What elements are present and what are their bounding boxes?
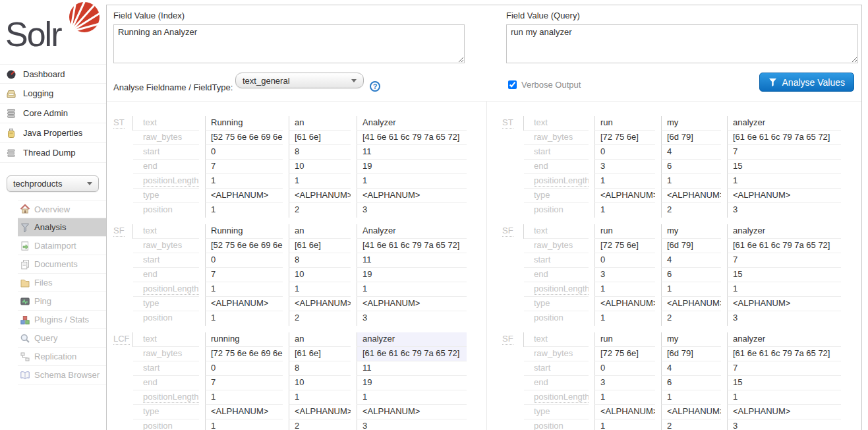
solr-logo-text: Solr xyxy=(5,15,61,53)
attribute-label: positionLength xyxy=(133,282,199,297)
token-cell: 1 xyxy=(205,174,283,189)
replication-icon xyxy=(20,352,30,362)
chevron-down-icon xyxy=(87,182,92,185)
token-cell: 1 xyxy=(289,174,351,189)
token-cell: <ALPHANUM> xyxy=(661,405,721,419)
plugins-stats-icon xyxy=(20,315,30,325)
token-cell: 0 xyxy=(594,145,655,160)
solr-admin-app: Solr Dashboard Logging xyxy=(0,0,868,430)
stage-spacer xyxy=(502,282,524,297)
token-cell: [72 75 6e 6e 69 6e 67] xyxy=(205,347,283,361)
index-field-label: Field Value (Index) xyxy=(113,11,465,20)
sidebar-item-logging[interactable]: Logging xyxy=(0,84,106,104)
token-cell: 10 xyxy=(289,268,351,282)
solr-logo: Solr xyxy=(0,0,106,64)
token-cell: 1 xyxy=(594,282,655,297)
index-analysis-pane: STtextRunninganAnalyzerraw_bytes[52 75 6… xyxy=(107,102,486,385)
token-cell: 6 xyxy=(661,376,721,390)
token-cell: 3 xyxy=(357,419,473,430)
attribute-label: text xyxy=(524,224,589,239)
token-cell: 4 xyxy=(661,145,721,160)
token-cell: 8 xyxy=(289,361,351,376)
token-cell: 0 xyxy=(594,253,655,268)
stage-spacer xyxy=(502,311,524,326)
analysis-stage-table: STtextrunmyanalyzerraw_bytes[72 75 6e][6… xyxy=(502,116,861,218)
core-selector[interactable]: techproducts xyxy=(7,175,99,192)
token-cell: 1 xyxy=(289,390,351,405)
help-icon[interactable]: ? xyxy=(370,81,380,92)
analyse-values-button[interactable]: Analyse Values xyxy=(759,73,854,92)
sidebar-item-files[interactable]: Files xyxy=(18,274,106,292)
analysis-stage-table: STtextRunninganAnalyzerraw_bytes[52 75 6… xyxy=(113,116,486,218)
token-cell: <ALPHANUM> xyxy=(661,189,721,203)
sidebar-item-thread-dump[interactable]: Thread Dump xyxy=(0,143,106,163)
stage-spacer xyxy=(502,189,524,203)
stage-spacer xyxy=(502,376,524,390)
stage-spacer xyxy=(113,282,133,297)
token-cell: <ALPHANUM> xyxy=(661,297,721,311)
sidebar-item-analysis[interactable]: Analysis xyxy=(18,218,106,237)
token-cell: 0 xyxy=(594,361,655,376)
query-field-block: Field Value (Query) run my analyzer xyxy=(506,11,858,63)
attribute-label: positionLength xyxy=(524,390,589,405)
index-field-value-input[interactable]: Running an Analyzer xyxy=(113,24,465,63)
token-cell: 10 xyxy=(289,160,351,174)
token-cell: 1 xyxy=(357,174,467,189)
solr-sunburst-icon xyxy=(67,1,101,36)
token-cell: 1 xyxy=(357,282,467,297)
token-cell: [6d 79] xyxy=(661,347,721,361)
token-cell: 10 xyxy=(289,376,351,390)
token-cell: 19 xyxy=(357,160,467,174)
sidebar-item-label: Core Admin xyxy=(23,108,68,118)
token-cell: my xyxy=(661,116,721,131)
sidebar-item-replication[interactable]: Replication xyxy=(18,348,106,366)
token-cell: 1 xyxy=(661,174,721,189)
stage-spacer xyxy=(502,239,524,253)
sidebar-item-schema-browser[interactable]: Schema Browser xyxy=(18,366,106,384)
token-cell: [52 75 6e 6e 69 6e 67] xyxy=(205,131,283,145)
chevron-down-icon xyxy=(351,79,357,82)
sidebar-item-overview[interactable]: Overview xyxy=(18,200,106,218)
sidebar-item-ping[interactable]: Ping xyxy=(18,292,106,311)
sidebar-item-label: Dashboard xyxy=(23,69,65,79)
sidebar-item-plugins-stats[interactable]: Plugins / Stats xyxy=(18,311,106,329)
sidebar-item-label: Dataimport xyxy=(34,241,76,251)
ping-icon xyxy=(20,296,30,307)
token-cell: an xyxy=(289,332,351,347)
funnel-icon xyxy=(768,78,777,87)
sidebar-item-dataimport[interactable]: Dataimport xyxy=(18,237,106,255)
token-cell: <ALPHANUM> xyxy=(205,189,283,203)
sidebar-item-query[interactable]: Query xyxy=(18,329,106,348)
verbose-output-control: Verbose Output xyxy=(508,80,581,90)
attribute-label: end xyxy=(133,376,199,390)
sidebar-item-dashboard[interactable]: Dashboard xyxy=(0,64,106,84)
attribute-label: end xyxy=(524,376,589,390)
token-cell: <ALPHANUM> xyxy=(357,297,467,311)
query-field-value-input[interactable]: run my analyzer xyxy=(506,24,858,63)
token-cell: 1 xyxy=(727,390,841,405)
sidebar-item-label: Overview xyxy=(34,204,70,214)
token-cell: 3 xyxy=(727,203,847,218)
sidebar-item-core-admin[interactable]: Core Admin xyxy=(0,104,106,123)
attribute-label: start xyxy=(524,361,589,376)
token-cell: 1 xyxy=(594,311,661,326)
token-cell: <ALPHANUM> xyxy=(357,189,467,203)
token-cell: 4 xyxy=(661,253,721,268)
attribute-label: position xyxy=(524,311,594,326)
token-cell: 3 xyxy=(357,311,473,326)
token-cell: 7 xyxy=(727,145,841,160)
token-cell: 4 xyxy=(661,361,721,376)
token-cell: analyzer xyxy=(357,332,467,347)
token-cell: [6d 79] xyxy=(661,131,721,145)
fieldtype-select[interactable]: text_general xyxy=(235,73,364,88)
sidebar-item-documents[interactable]: Documents xyxy=(18,255,106,274)
token-cell: 2 xyxy=(661,419,727,430)
sidebar-item-java-properties[interactable]: Java Properties xyxy=(0,123,106,143)
sidebar-item-label: Thread Dump xyxy=(23,148,75,158)
stage-spacer xyxy=(502,160,524,174)
core-selector-value: techproducts xyxy=(13,179,62,189)
stage-spacer xyxy=(113,268,133,282)
verbose-output-checkbox[interactable] xyxy=(508,80,517,89)
stage-spacer xyxy=(113,253,133,268)
stage-abbreviation: SF xyxy=(502,224,524,239)
